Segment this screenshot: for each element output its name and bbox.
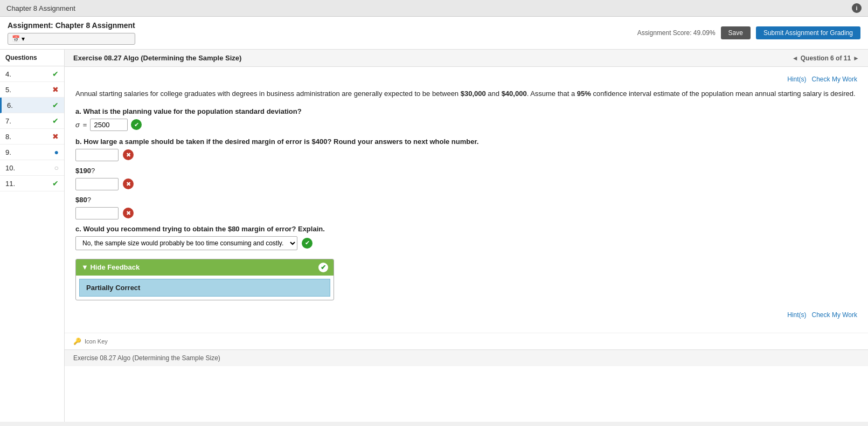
part-a-label: a. What is the planning value for the po… <box>75 107 857 115</box>
feedback-body: Partially Correct <box>76 279 334 297</box>
next-arrow[interactable]: ► <box>853 54 859 62</box>
part-b-input-190: ✖ <box>75 178 857 190</box>
main-layout: Questions 4. ✔ 5. ✖ 6. ✔ 7. ✔ 8. ✖ 9. ● … <box>0 50 868 422</box>
question-text: Annual starting salaries for college gra… <box>75 88 857 100</box>
question-count: Question 6 of 11 <box>801 54 851 62</box>
next-exercise-label: Exercise 08.27 Algo (Determining the Sam… <box>73 354 220 362</box>
part-b-input-80: ✖ <box>75 207 857 219</box>
check-icon: ✔ <box>52 179 59 188</box>
body-text-2: and <box>486 90 502 98</box>
input-80[interactable] <box>75 207 119 219</box>
body-text-4: confidence interval estimate of the popu… <box>591 90 856 98</box>
bold-40000: $40,000 <box>502 90 527 98</box>
sidebar-item-4[interactable]: 4. ✔ <box>0 66 64 82</box>
circle-icon: ○ <box>54 163 59 172</box>
body-text-1: Annual starting salaries for college gra… <box>75 90 461 98</box>
question-nav: ◄ Question 6 of 11 ► <box>792 54 859 62</box>
feedback-section: ▼ Hide Feedback ✔ Partially Correct <box>75 259 334 300</box>
part-b-80-label: $80? <box>75 196 857 204</box>
x-icon-80: ✖ <box>123 208 134 218</box>
part-c-label: c. Would you recommend trying to obtain … <box>75 225 857 233</box>
next-exercise: Exercise 08.27 Algo (Determining the Sam… <box>65 349 868 366</box>
x-icon-190: ✖ <box>123 178 134 189</box>
part-c-dropdown-row: No, the sample size would probably be to… <box>75 236 857 250</box>
sidebar-item-label: 8. <box>5 133 11 141</box>
sidebar-item-label: 4. <box>5 70 11 78</box>
title-bar: Chapter 8 Assignment i <box>0 0 868 17</box>
sidebar-item-7[interactable]: 7. ✔ <box>0 113 64 129</box>
exercise-title: Exercise 08.27 Algo (Determining the Sam… <box>73 54 241 62</box>
header: Assignment: Chapter 8 Assignment 📅 ▾ Ass… <box>0 17 868 50</box>
sidebar-item-6[interactable]: 6. ✔ <box>0 98 64 113</box>
x-icon-400: ✖ <box>123 149 134 160</box>
sidebar-item-label: 11. <box>5 180 15 188</box>
dot-icon: ● <box>54 148 59 156</box>
x-icon: ✖ <box>52 85 59 94</box>
sidebar-item-10[interactable]: 10. ○ <box>0 160 64 176</box>
top-hint-check-row: Hint(s) Check My Work <box>75 75 857 83</box>
sidebar-item-5[interactable]: 5. ✖ <box>0 82 64 98</box>
check-icon: ✔ <box>52 101 59 109</box>
check-icon: ✔ <box>52 70 59 78</box>
chevron-down-icon: ▾ <box>22 35 25 43</box>
sidebar-item-9[interactable]: 9. ● <box>0 145 64 160</box>
sidebar-item-8[interactable]: 8. ✖ <box>0 129 64 145</box>
question-header: Exercise 08.27 Algo (Determining the Sam… <box>65 50 868 67</box>
sigma-check-icon: ✔ <box>131 119 142 130</box>
close-icon: ✔ <box>318 263 328 272</box>
check-icon: ✔ <box>52 116 59 125</box>
sigma-symbol: σ <box>75 121 80 129</box>
question-body: Hint(s) Check My Work Annual starting sa… <box>65 67 868 333</box>
hints-link-bottom[interactable]: Hint(s) <box>787 311 806 319</box>
prev-arrow[interactable]: ◄ <box>792 54 798 62</box>
hints-link-top[interactable]: Hint(s) <box>787 75 806 83</box>
calendar-icon: 📅 <box>12 35 20 43</box>
feedback-header[interactable]: ▼ Hide Feedback ✔ <box>76 259 334 276</box>
x-icon: ✖ <box>52 132 59 141</box>
part-c-dropdown[interactable]: No, the sample size would probably be to… <box>75 236 297 250</box>
header-left: Assignment: Chapter 8 Assignment 📅 ▾ <box>8 21 135 45</box>
sidebar-header: Questions <box>0 50 64 66</box>
part-b-input-400: ✖ <box>75 149 857 161</box>
icon-key-label: Icon Key <box>85 338 108 345</box>
sigma-row: σ = ✔ <box>75 119 857 131</box>
content-area: Exercise 08.27 Algo (Determining the Sam… <box>65 50 868 422</box>
info-icon: i <box>852 3 862 13</box>
body-text-3: . Assume that a <box>527 90 577 98</box>
part-b-190-label: $190? <box>75 167 857 175</box>
submit-button[interactable]: Submit Assignment for Grading <box>756 26 860 39</box>
sidebar-item-label: 6. <box>7 101 13 109</box>
equals-sign: = <box>83 121 87 129</box>
bold-95: 95% <box>577 90 591 98</box>
key-icon: 🔑 <box>73 338 81 345</box>
calendar-button[interactable]: 📅 ▾ <box>8 33 135 45</box>
sidebar-item-11[interactable]: 11. ✔ <box>0 176 64 191</box>
bottom-hint-check-row: Hint(s) Check My Work <box>75 311 857 324</box>
input-190[interactable] <box>75 178 119 190</box>
assignment-score: Assignment Score: 49.09% <box>637 29 716 37</box>
part-b-label: b. How large a sample should be taken if… <box>75 138 857 146</box>
sidebar-item-label: 7. <box>5 117 11 125</box>
feedback-header-label: ▼ Hide Feedback <box>81 263 140 271</box>
assignment-title: Assignment: Chapter 8 Assignment <box>8 21 135 30</box>
sigma-input[interactable] <box>90 119 128 131</box>
save-button[interactable]: Save <box>721 26 751 39</box>
page-title: Chapter 8 Assignment <box>6 4 75 12</box>
bold-30000: $30,000 <box>461 90 486 98</box>
header-right: Assignment Score: 49.09% Save Submit Ass… <box>637 26 860 39</box>
input-400[interactable] <box>75 149 119 161</box>
sidebar-item-label: 5. <box>5 86 11 94</box>
sidebar: Questions 4. ✔ 5. ✖ 6. ✔ 7. ✔ 8. ✖ 9. ● … <box>0 50 65 422</box>
sidebar-item-label: 9. <box>5 148 11 156</box>
dropdown-check-icon: ✔ <box>302 238 313 249</box>
check-work-link-top[interactable]: Check My Work <box>812 75 857 83</box>
check-work-link-bottom[interactable]: Check My Work <box>812 311 857 319</box>
partially-correct-status: Partially Correct <box>79 279 330 297</box>
sidebar-item-label: 10. <box>5 164 15 172</box>
icon-key-row: 🔑 Icon Key <box>65 333 868 349</box>
